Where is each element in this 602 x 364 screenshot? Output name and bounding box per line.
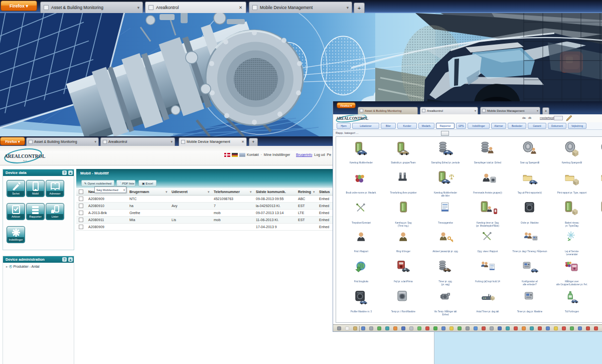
svg-text:ApS: ApS bbox=[23, 159, 27, 162]
svg-text:AREALCONTROL: AREALCONTROL bbox=[5, 154, 45, 159]
svg-text:AREALCONTROL: AREALCONTROL bbox=[336, 116, 368, 121]
